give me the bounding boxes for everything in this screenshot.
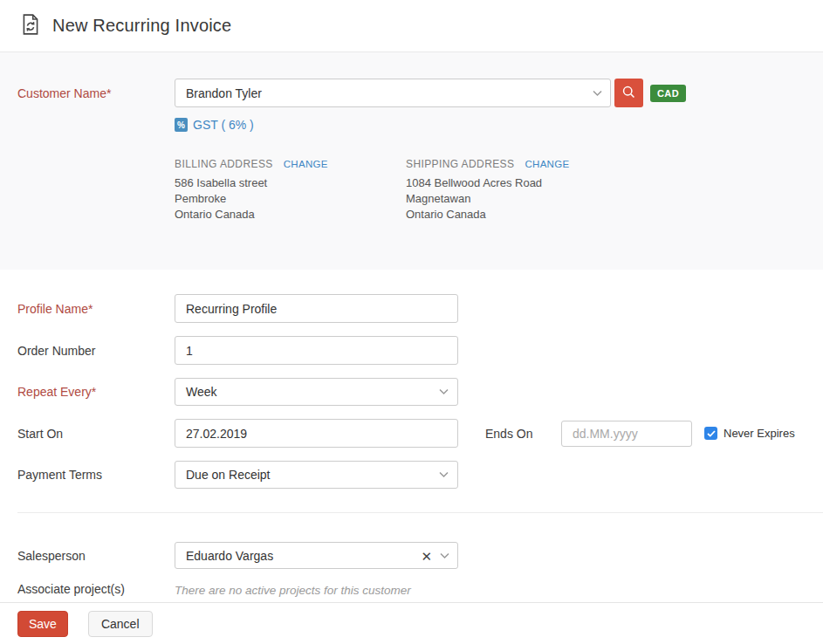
billing-address-line: Ontario Canada bbox=[175, 207, 406, 223]
details-section: Profile Name* Order Number Repeat Every*… bbox=[0, 270, 823, 489]
associate-projects-label: Associate project(s) bbox=[17, 582, 175, 596]
gst-link[interactable]: GST ( 6% ) bbox=[193, 118, 254, 132]
associate-projects-row: Associate project(s) There are no active… bbox=[17, 582, 806, 597]
billing-address-line: Pembroke bbox=[175, 191, 406, 207]
percent-icon: % bbox=[175, 118, 188, 132]
customer-name-input[interactable] bbox=[175, 79, 611, 107]
profile-name-label: Profile Name* bbox=[17, 302, 175, 316]
ends-on-group: Ends On Never Expires bbox=[458, 421, 795, 447]
shipping-address-line: Ontario Canada bbox=[406, 207, 637, 223]
payment-terms-row: Payment Terms Due on Receipt bbox=[17, 461, 806, 489]
shipping-address-line: 1084 Bellwood Acres Road bbox=[406, 175, 637, 191]
salesperson-row: Salesperson ✕ bbox=[17, 542, 806, 569]
shipping-address-header: SHIPPING ADDRESS CHANGE bbox=[406, 158, 637, 170]
start-on-label: Start On bbox=[17, 427, 175, 441]
page-title: New Recurring Invoice bbox=[52, 16, 231, 36]
order-number-row: Order Number bbox=[17, 336, 806, 365]
shipping-change-link[interactable]: CHANGE bbox=[525, 159, 569, 169]
payment-terms-value: Due on Receipt bbox=[186, 468, 271, 482]
shipping-address: SHIPPING ADDRESS CHANGE 1084 Bellwood Ac… bbox=[406, 158, 637, 223]
clear-icon[interactable]: ✕ bbox=[421, 549, 432, 562]
page-header: New Recurring Invoice bbox=[0, 0, 823, 52]
customer-search-button[interactable] bbox=[614, 79, 643, 107]
currency-badge: CAD bbox=[650, 85, 686, 102]
tax-row: % GST ( 6% ) bbox=[175, 118, 806, 132]
footer-bar: Save Cancel bbox=[0, 602, 823, 644]
salesperson-input-wrap: ✕ bbox=[175, 542, 458, 569]
recurring-invoice-icon bbox=[19, 13, 42, 38]
ends-on-input[interactable] bbox=[561, 421, 692, 447]
salesperson-label: Salesperson bbox=[17, 549, 175, 563]
payment-terms-select[interactable]: Due on Receipt bbox=[175, 461, 458, 489]
customer-name-row: Customer Name* CAD bbox=[17, 79, 806, 107]
addresses: BILLING ADDRESS CHANGE 586 Isabella stre… bbox=[175, 158, 806, 223]
repeat-every-label: Repeat Every* bbox=[17, 385, 175, 399]
profile-name-input[interactable] bbox=[175, 294, 458, 323]
billing-address-header: BILLING ADDRESS CHANGE bbox=[175, 158, 406, 170]
shipping-address-line: Magnetawan bbox=[406, 191, 637, 207]
never-expires-label: Never Expires bbox=[724, 427, 795, 440]
billing-address-title: BILLING ADDRESS bbox=[175, 158, 273, 170]
ends-on-label: Ends On bbox=[485, 427, 561, 441]
save-button[interactable]: Save bbox=[17, 611, 68, 637]
repeat-every-select[interactable]: Week bbox=[175, 378, 458, 406]
never-expires-checkbox[interactable] bbox=[704, 427, 717, 440]
search-icon bbox=[621, 85, 636, 102]
billing-change-link[interactable]: CHANGE bbox=[284, 159, 328, 169]
repeat-every-value: Week bbox=[186, 385, 217, 399]
payment-terms-label: Payment Terms bbox=[17, 468, 175, 482]
salesperson-section: Salesperson ✕ Associate project(s) There… bbox=[0, 513, 823, 597]
profile-name-row: Profile Name* bbox=[17, 294, 806, 323]
cancel-button[interactable]: Cancel bbox=[88, 611, 153, 637]
start-on-row: Start On Ends On Never Expires bbox=[17, 419, 806, 448]
start-on-input[interactable] bbox=[175, 419, 458, 448]
order-number-input[interactable] bbox=[175, 336, 458, 365]
customer-name-input-wrap bbox=[175, 79, 611, 107]
chevron-down-icon bbox=[439, 472, 449, 478]
salesperson-input[interactable] bbox=[175, 542, 458, 569]
customer-name-label: Customer Name* bbox=[17, 86, 175, 100]
repeat-every-row: Repeat Every* Week bbox=[17, 378, 806, 406]
chevron-down-icon bbox=[439, 389, 449, 395]
new-recurring-invoice-page: New Recurring Invoice Customer Name* CAD… bbox=[0, 0, 823, 644]
billing-address: BILLING ADDRESS CHANGE 586 Isabella stre… bbox=[175, 158, 406, 223]
shipping-address-title: SHIPPING ADDRESS bbox=[406, 158, 514, 170]
customer-section: Customer Name* CAD % GST ( 6% ) BILLING bbox=[0, 52, 823, 270]
billing-address-line: 586 Isabella street bbox=[175, 175, 406, 191]
associate-projects-message: There are no active projects for this cu… bbox=[175, 582, 411, 597]
order-number-label: Order Number bbox=[17, 344, 175, 358]
